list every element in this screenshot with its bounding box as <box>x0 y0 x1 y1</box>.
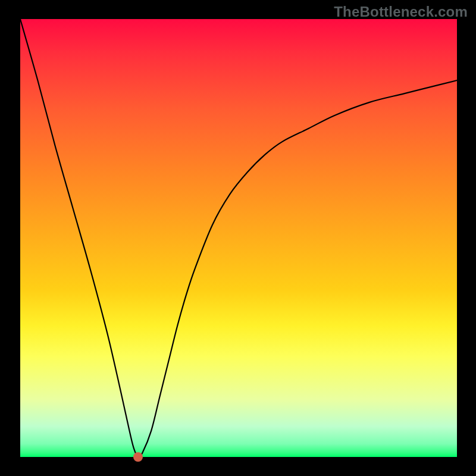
optimal-point-marker <box>133 452 143 462</box>
watermark: TheBottleneck.com <box>334 4 468 20</box>
chart-frame: TheBottleneck.com <box>0 0 476 476</box>
plot-area <box>20 19 457 457</box>
bottleneck-curve <box>20 19 457 457</box>
curve-path <box>20 19 457 457</box>
